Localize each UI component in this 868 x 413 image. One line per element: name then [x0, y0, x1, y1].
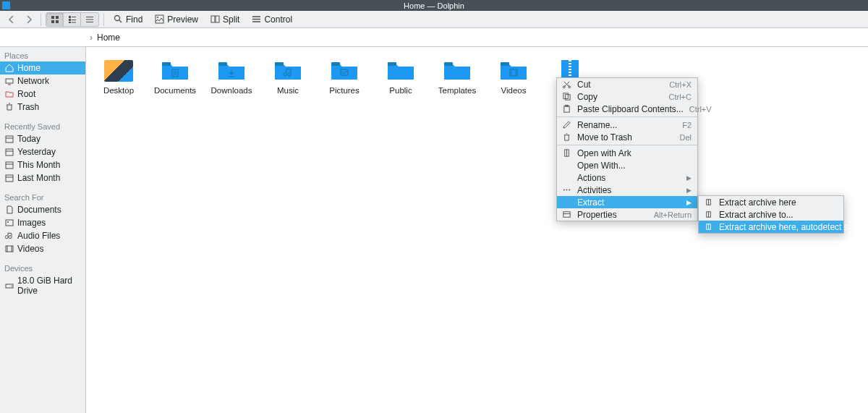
file-item[interactable]: Desktop [101, 60, 137, 95]
icons-view-button[interactable] [46, 13, 64, 26]
sidebar-item-label: Videos [17, 244, 43, 254]
menu-item[interactable]: Extract▶ [557, 196, 697, 208]
sidebar-item-this-month[interactable]: This Month [0, 158, 85, 171]
folder-icon [4, 90, 14, 99]
details-view-button[interactable] [81, 13, 98, 26]
menu-item[interactable]: Open with Ark [557, 147, 697, 159]
file-item[interactable]: Public [383, 60, 419, 95]
calendar-icon [4, 135, 14, 144]
edit-icon [561, 120, 571, 130]
svg-rect-28 [162, 62, 171, 66]
folder-icon [330, 60, 359, 82]
breadcrumb-current[interactable]: Home [97, 33, 120, 43]
menu-item[interactable]: CutCtrl+X [557, 78, 697, 90]
sidebar-item-label: Network [17, 76, 49, 86]
menu-item[interactable]: Paste Clipboard Contents...Ctrl+V [557, 103, 697, 115]
file-view[interactable]: DesktopDocumentsDownloadsMusicPicturesPu… [85, 47, 868, 413]
sidebar-item-label: Home [17, 63, 41, 73]
menu-item[interactable]: CopyCtrl+C [557, 90, 697, 103]
sidebar-item-label: Images [17, 218, 46, 228]
extract-icon [703, 222, 713, 232]
folder-icon [161, 60, 190, 82]
svg-rect-23 [6, 220, 13, 226]
menu-item[interactable]: Extract archive here [699, 196, 843, 208]
file-item[interactable]: Pictures [326, 60, 362, 95]
menu-item[interactable]: Open With... [557, 159, 697, 171]
svg-point-27 [11, 286, 12, 286]
menu-item[interactable]: Extract archive to... [699, 208, 843, 221]
sidebar-item-harddrive[interactable]: 18.0 GiB Hard Drive [0, 274, 85, 297]
svg-point-48 [569, 190, 570, 191]
back-button[interactable] [4, 12, 19, 27]
svg-rect-9 [72, 22, 76, 22]
menu-item[interactable]: Actions▶ [557, 171, 697, 184]
svg-rect-18 [6, 79, 13, 83]
file-item[interactable]: Documents [157, 60, 193, 95]
split-icon [210, 14, 220, 25]
menu-item[interactable]: PropertiesAlt+Return [557, 208, 697, 221]
svg-rect-36 [444, 62, 453, 66]
forward-button[interactable] [22, 12, 36, 27]
file-item[interactable]: Downloads [213, 60, 250, 95]
sidebar-item-last-month[interactable]: Last Month [0, 171, 85, 184]
file-item[interactable]: Videos [495, 60, 532, 95]
file-label: Templates [438, 86, 476, 95]
devices-header: Devices [0, 261, 85, 274]
menu-label: Open with Ark [577, 148, 692, 158]
menu-label: Move to Trash [577, 132, 673, 142]
search-icon [113, 14, 123, 25]
svg-rect-43 [563, 106, 569, 112]
folder-icon [443, 60, 472, 82]
app-icon [2, 1, 10, 9]
sidebar-item-home[interactable]: Home [0, 61, 85, 74]
svg-rect-10 [86, 17, 93, 17]
menu-label: Extract archive here [719, 197, 838, 208]
extract-icon [703, 210, 713, 220]
svg-rect-11 [86, 19, 93, 20]
chevron-right-icon: › [90, 33, 93, 43]
sidebar-item-videos[interactable]: Videos [0, 242, 85, 255]
menu-shortcut: Del [679, 133, 692, 142]
menu-item[interactable]: Rename...F2 [557, 119, 697, 131]
file-item[interactable]: Music [270, 60, 306, 95]
menu-label: Actions [577, 173, 681, 183]
sidebar-item-images[interactable]: Images [0, 216, 85, 229]
sidebar-item-root[interactable]: Root [0, 88, 85, 101]
places-header: Places [0, 48, 85, 61]
preview-icon [154, 14, 164, 25]
audio-icon [4, 231, 14, 241]
sidebar-item-documents[interactable]: Documents [0, 203, 85, 216]
calendar-icon [4, 148, 14, 157]
blank-icon [561, 173, 571, 183]
sidebar-item-trash[interactable]: Trash [0, 101, 85, 114]
menu-item[interactable]: Move to TrashDel [557, 131, 697, 143]
sidebar-item-label: Today [17, 134, 41, 144]
separator [103, 13, 104, 26]
breadcrumb[interactable]: › Home [0, 28, 868, 47]
svg-rect-17 [216, 16, 219, 22]
preview-label: Preview [167, 14, 198, 25]
sidebar-item-yesterday[interactable]: Yesterday [0, 145, 85, 158]
preview-button[interactable]: Preview [150, 13, 203, 26]
menu-item[interactable]: Extract archive here, autodetect subfold… [699, 221, 843, 233]
menu-shortcut: Ctrl+C [669, 93, 692, 101]
sidebar-item-label: Last Month [17, 173, 60, 183]
folder-icon [273, 60, 302, 82]
split-button[interactable]: Split [205, 13, 244, 26]
control-button[interactable]: Control [247, 13, 297, 26]
file-item[interactable]: Templates [439, 60, 475, 95]
sidebar-item-today[interactable]: Today [0, 132, 85, 145]
sidebar-item-label: Root [17, 89, 35, 99]
video-icon [4, 244, 14, 254]
menu-item[interactable]: Activities▶ [557, 184, 697, 196]
sidebar-item-audio[interactable]: Audio Files [0, 229, 85, 242]
compact-view-button[interactable] [64, 13, 81, 26]
trash-icon [4, 103, 14, 112]
file-label: Downloads [211, 86, 252, 95]
sidebar-item-network[interactable]: Network [0, 74, 85, 88]
svg-rect-32 [331, 62, 340, 66]
svg-rect-5 [72, 17, 76, 17]
folder-icon [499, 60, 528, 82]
find-button[interactable]: Find [109, 13, 147, 26]
find-label: Find [126, 14, 142, 25]
